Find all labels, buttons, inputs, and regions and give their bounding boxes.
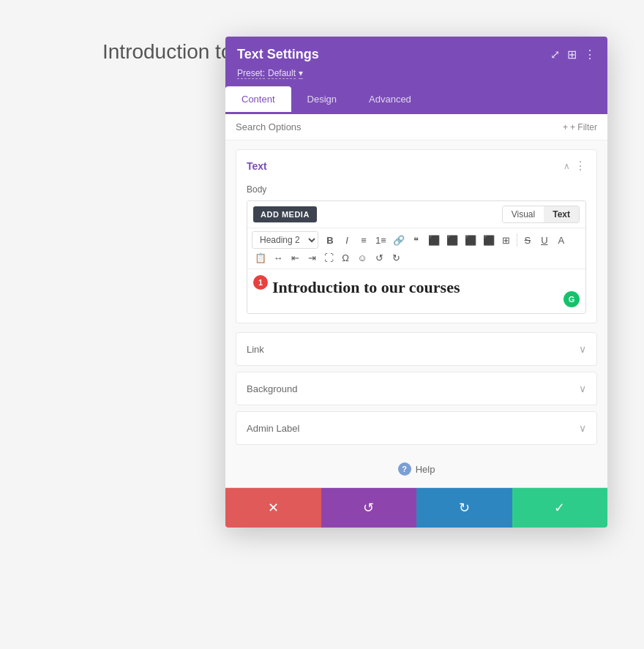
align-left-button[interactable]: ⬛ [425, 232, 443, 248]
link-label: Link [247, 344, 264, 355]
search-input[interactable] [236, 121, 563, 132]
background-section-header[interactable]: Background ∨ [236, 372, 596, 405]
special-char-button[interactable]: Ω [337, 250, 353, 266]
undo-editor-button[interactable]: ↺ [371, 250, 387, 266]
help-label[interactable]: Help [416, 464, 435, 475]
visual-view-button[interactable]: Visual [503, 206, 544, 222]
panel-header-top: Text Settings ⤢ ⊞ ⋮ [237, 47, 596, 62]
more-options-icon[interactable]: ⋮ [584, 48, 596, 61]
indent-out-button[interactable]: ⇤ [287, 250, 303, 266]
view-toggle: Visual Text [502, 206, 580, 223]
fullscreen-button[interactable]: ⛶ [321, 250, 337, 266]
panel-header: Text Settings ⤢ ⊞ ⋮ Preset: Default ▾ [225, 37, 607, 86]
cancel-button[interactable]: ✕ [225, 488, 321, 528]
emoji-button[interactable]: ☺ [354, 250, 370, 266]
preset-value[interactable]: Default [268, 68, 296, 79]
search-bar: + + Filter [225, 114, 607, 140]
columns-icon[interactable]: ⊞ [567, 48, 577, 61]
align-center-button[interactable]: ⬛ [443, 232, 461, 248]
bold-button[interactable]: B [322, 232, 338, 248]
filter-button[interactable]: + + Filter [563, 122, 597, 132]
align-justify-button[interactable]: ⬛ [480, 232, 498, 248]
admin-label-text: Admin Label [247, 423, 299, 434]
redo-editor-button[interactable]: ↻ [388, 250, 404, 266]
table-button[interactable]: ⊞ [498, 232, 514, 248]
admin-label-chevron-icon: ∨ [579, 422, 586, 434]
section-actions: ∧ ⋮ [564, 159, 586, 173]
editor-text[interactable]: Introduction to our courses [258, 278, 575, 297]
background-section: Background ∨ [236, 372, 597, 405]
font-color-button[interactable]: A [553, 232, 569, 248]
heading-select[interactable]: Heading 2 Heading 1 Heading 3 Paragraph [252, 231, 318, 249]
blockquote-button[interactable]: ❝ [408, 232, 424, 248]
editor-area: ADD MEDIA Visual Text Heading 2 Heading … [247, 200, 586, 314]
preset-line: Preset: Default ▾ [237, 68, 596, 79]
filter-label: + Filter [570, 122, 597, 132]
tab-design[interactable]: Design [291, 86, 353, 114]
text-view-button[interactable]: Text [544, 206, 579, 222]
indent-in-button[interactable]: ⇥ [304, 250, 320, 266]
undo-button[interactable]: ↺ [321, 488, 417, 528]
filter-plus-icon: + [563, 122, 568, 132]
text-section: Text ∧ ⋮ Body ADD MEDIA Visual Text [236, 149, 597, 323]
preset-dropdown-icon[interactable]: ▾ [299, 68, 303, 79]
panel-tabs: Content Design Advanced [225, 86, 607, 114]
admin-label-section-header[interactable]: Admin Label ∨ [236, 412, 596, 444]
format-toolbar: Heading 2 Heading 1 Heading 3 Paragraph … [247, 228, 585, 269]
editor-toolbar-top: ADD MEDIA Visual Text [247, 201, 585, 228]
save-button[interactable]: ✓ [512, 488, 608, 528]
page-background-title: Introduction to [102, 40, 232, 64]
background-chevron-icon: ∨ [579, 383, 586, 394]
toolbar-divider [517, 233, 517, 247]
strikethrough-button[interactable]: S [520, 232, 536, 248]
link-chevron-icon: ∨ [579, 343, 586, 355]
grammarly-icon: G [564, 291, 580, 307]
text-section-header: Text ∧ ⋮ [236, 150, 596, 181]
editor-content[interactable]: 1 Introduction to our courses G [247, 269, 585, 313]
admin-label-section: Admin Label ∨ [236, 411, 597, 445]
redo-button[interactable]: ↻ [416, 488, 512, 528]
help-area: ? Help [225, 451, 607, 487]
underline-button[interactable]: U [536, 232, 553, 248]
panel-title: Text Settings [237, 47, 319, 62]
tab-content[interactable]: Content [225, 86, 291, 114]
section-menu-icon[interactable]: ⋮ [574, 159, 586, 173]
link-section-header[interactable]: Link ∨ [236, 333, 596, 365]
preset-label: Preset: [237, 68, 265, 79]
unordered-list-button[interactable]: ≡ [356, 232, 372, 248]
panel-content: Text ∧ ⋮ Body ADD MEDIA Visual Text [225, 140, 607, 487]
text-settings-panel: Text Settings ⤢ ⊞ ⋮ Preset: Default ▾ Co… [225, 37, 607, 528]
panel-header-icons: ⤢ ⊞ ⋮ [550, 48, 596, 61]
add-media-button[interactable]: ADD MEDIA [253, 206, 317, 222]
tab-advanced[interactable]: Advanced [353, 86, 427, 114]
expand-icon[interactable]: ⤢ [550, 48, 560, 61]
section-collapse-icon[interactable]: ∧ [564, 161, 570, 171]
background-label: Background [247, 383, 297, 394]
body-label: Body [236, 181, 596, 200]
align-right-button[interactable]: ⬛ [462, 232, 479, 248]
italic-button[interactable]: I [339, 232, 355, 248]
text-direction-button[interactable]: ↔ [270, 250, 286, 266]
link-section: Link ∨ [236, 332, 597, 366]
text-section-title: Text [247, 160, 267, 172]
editor-badge: 1 [253, 275, 268, 290]
help-icon: ? [398, 462, 411, 476]
paste-button[interactable]: 📋 [252, 250, 269, 266]
link-button[interactable]: 🔗 [390, 232, 408, 248]
panel-footer: ✕ ↺ ↻ ✓ [225, 487, 607, 528]
ordered-list-button[interactable]: 1≡ [372, 232, 389, 248]
